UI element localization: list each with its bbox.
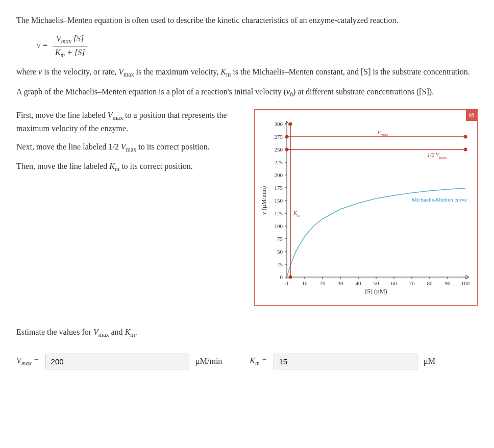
svg-text:100: 100: [461, 280, 470, 286]
vmax-line[interactable]: Vmax: [285, 129, 467, 139]
km-input[interactable]: [274, 354, 417, 369]
curve-label: Michaelis-Menten curve: [412, 196, 467, 203]
svg-text:250: 250: [275, 146, 283, 153]
reset-icon: ⊘: [468, 110, 475, 120]
estimate-prompt: Estimate the values for Vmax and Km.: [16, 326, 478, 339]
svg-text:60: 60: [391, 280, 398, 286]
svg-text:150: 150: [275, 197, 283, 204]
svg-text:100: 100: [275, 223, 283, 229]
svg-text:0: 0: [280, 274, 283, 280]
svg-point-59: [289, 122, 292, 126]
svg-point-51: [285, 135, 289, 138]
graph-container[interactable]: ⊘ 0 25 50 75 100 125 150: [254, 109, 478, 306]
equation-block: v = Vmax [S] Km + [S]: [37, 33, 478, 60]
svg-text:200: 200: [275, 172, 283, 178]
vmax-input[interactable]: [45, 354, 189, 369]
svg-text:125: 125: [275, 210, 283, 216]
x-axis-label: [S] (µM): [365, 288, 387, 295]
instruction-2: Next, move the line labeled 1/2 Vmax to …: [16, 141, 244, 154]
svg-text:70: 70: [409, 280, 415, 286]
svg-text:1/2 Vmax: 1/2 Vmax: [427, 152, 447, 160]
svg-point-60: [289, 275, 292, 279]
half-vmax-line[interactable]: 1/2 Vmax: [285, 147, 467, 160]
svg-point-55: [285, 147, 289, 151]
svg-text:80: 80: [427, 280, 433, 286]
svg-text:25: 25: [277, 261, 283, 267]
eq-lhs: v =: [37, 41, 48, 49]
svg-text:Vmax: Vmax: [377, 129, 388, 137]
intro-text: The Michaelis–Menten equation is often u…: [16, 14, 478, 27]
svg-text:50: 50: [277, 248, 283, 255]
svg-text:30: 30: [338, 280, 344, 286]
y-axis-label: v (µM/min): [260, 186, 267, 215]
svg-text:300: 300: [275, 121, 283, 127]
instruction-1: First, move the line labeled Vmax to a p…: [16, 109, 244, 135]
svg-point-52: [464, 135, 467, 138]
svg-text:225: 225: [275, 159, 283, 165]
svg-text:10: 10: [302, 280, 308, 286]
y-ticks: 0 25 50 75 100 125 150 175 200 225 250 2…: [275, 121, 287, 280]
svg-text:175: 175: [275, 185, 283, 191]
eq-denominator: Km + [S]: [53, 46, 87, 60]
km-label: Km =: [250, 355, 267, 368]
svg-text:0: 0: [285, 280, 288, 286]
mm-chart[interactable]: 0 25 50 75 100 125 150 175 200 225 250 2…: [259, 114, 473, 297]
instruction-3: Then, move the line labeled Km to its co…: [16, 160, 244, 173]
vmax-unit: µM/min: [195, 355, 223, 367]
eq-numerator: Vmax [S]: [53, 33, 87, 46]
vmax-label: Vmax =: [16, 355, 39, 368]
svg-text:90: 90: [445, 280, 451, 286]
svg-text:Km: Km: [293, 210, 301, 218]
svg-text:20: 20: [320, 280, 326, 286]
graph-desc: A graph of the Michaelis–Menten equation…: [16, 86, 478, 99]
svg-text:50: 50: [374, 280, 380, 286]
reset-button[interactable]: ⊘: [466, 110, 477, 121]
svg-text:275: 275: [275, 134, 283, 140]
where-text: where v is the velocity, or rate, Vmax i…: [16, 66, 478, 79]
svg-text:75: 75: [277, 236, 283, 242]
x-ticks: 0 10 20 30 40 50 60 70 80 90 100: [285, 277, 470, 286]
km-unit: µM: [424, 355, 435, 367]
svg-text:40: 40: [356, 280, 362, 286]
svg-point-56: [464, 147, 467, 151]
